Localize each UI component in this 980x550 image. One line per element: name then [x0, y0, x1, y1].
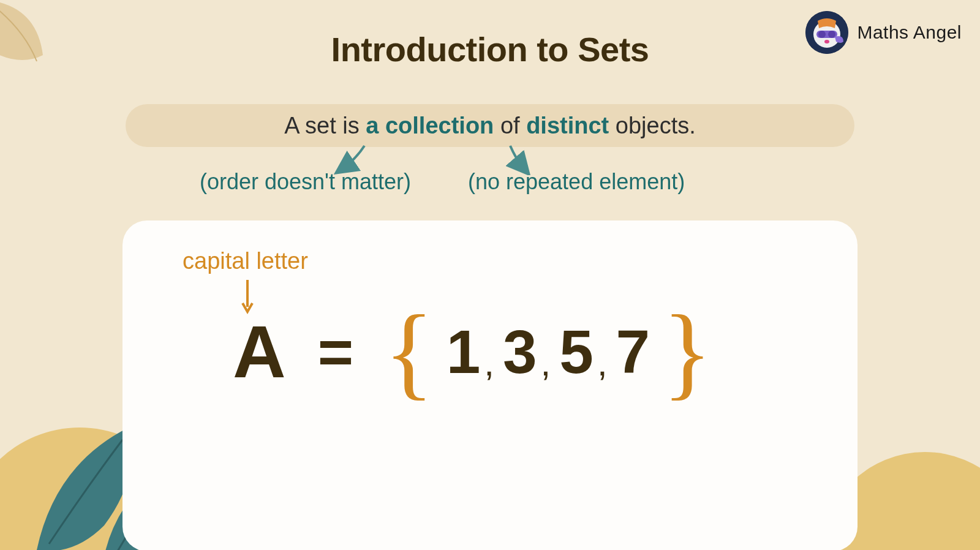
- svg-point-5: [824, 40, 829, 43]
- set-element: 7: [616, 317, 650, 387]
- page-title: Introduction to Sets: [331, 29, 649, 69]
- set-name-letter: A: [233, 309, 287, 394]
- close-brace: }: [662, 310, 712, 393]
- def-post: objects.: [609, 113, 696, 139]
- svg-point-4: [828, 31, 835, 38]
- brand: Maths Angel: [805, 11, 962, 54]
- annotation-distinct: (no repeated element): [468, 169, 685, 195]
- set-equation: A = { 1 , 3 , 5 , 7 }: [233, 309, 717, 394]
- def-highlight-distinct: distinct: [526, 113, 609, 139]
- brand-name: Maths Angel: [857, 22, 962, 43]
- annotation-collection: (order doesn't matter): [200, 169, 411, 195]
- comma: ,: [484, 342, 494, 384]
- set-element: 1: [447, 317, 481, 387]
- svg-point-3: [818, 31, 826, 38]
- leaf-icon-top: [0, 0, 67, 92]
- set-element: 3: [503, 317, 537, 387]
- def-highlight-collection: a collection: [366, 113, 494, 139]
- equals-sign: =: [318, 317, 353, 387]
- brand-logo-icon: [805, 11, 848, 54]
- definition-pill: A set is a collection of distinct object…: [126, 104, 854, 147]
- def-pre: A set is: [284, 113, 366, 139]
- def-mid: of: [494, 113, 526, 139]
- comma: ,: [541, 342, 551, 384]
- capital-letter-label: capital letter: [183, 248, 308, 274]
- set-element: 5: [559, 317, 594, 387]
- comma: ,: [597, 342, 608, 384]
- open-brace: {: [384, 310, 434, 393]
